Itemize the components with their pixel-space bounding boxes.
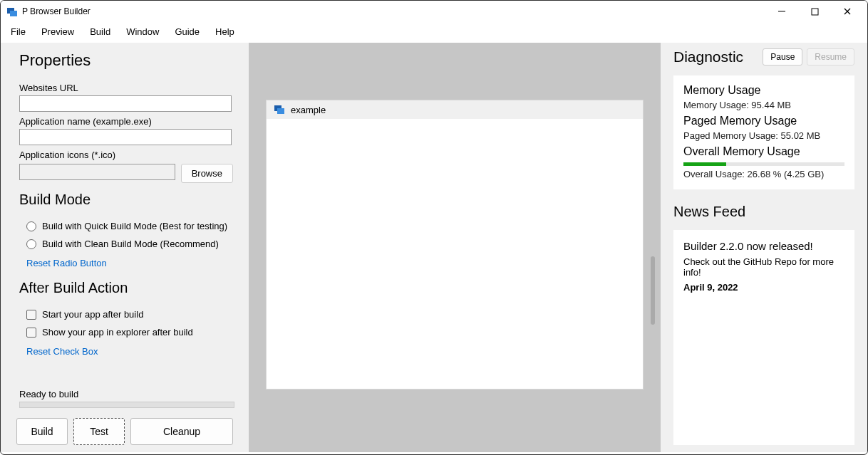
- news-date: April 9, 2022: [683, 282, 844, 293]
- window-controls: [775, 4, 862, 19]
- quick-build-label: Build with Quick Build Mode (Best for te…: [42, 221, 227, 231]
- menu-build[interactable]: Build: [90, 26, 110, 37]
- appname-input[interactable]: [19, 129, 232, 145]
- properties-panel: Properties Websites URL Application name…: [1, 43, 249, 452]
- news-title: Builder 2.2.0 now released!: [683, 240, 844, 252]
- menu-window[interactable]: Window: [126, 26, 159, 37]
- clean-build-label: Build with Clean Build Mode (Recommend): [42, 239, 219, 249]
- close-icon[interactable]: [840, 4, 854, 19]
- overall-memory-value: Overall Usage: 26.68 % (4.25 GB): [683, 169, 844, 179]
- news-body: Check out the GitHub Repo for more info!: [683, 256, 844, 278]
- build-progress-bar: [19, 402, 234, 408]
- svg-rect-7: [277, 108, 284, 114]
- preview-app-icon: [274, 103, 285, 117]
- memory-usage-value: Memory Usage: 95.44 MB: [683, 100, 844, 110]
- diagnostic-card: Memory Usage Memory Usage: 95.44 MB Page…: [673, 75, 854, 189]
- news-feed-heading: News Feed: [673, 204, 854, 220]
- build-mode-heading: Build Mode: [19, 192, 233, 208]
- icons-input[interactable]: [19, 164, 175, 180]
- window-title: P Browser Builder: [22, 6, 91, 16]
- after-build-heading: After Build Action: [19, 280, 233, 296]
- icons-label: Application icons (*.ico): [19, 150, 233, 160]
- title-bar: P Browser Builder: [1, 1, 867, 22]
- diagnostic-heading: Diagnostic: [673, 48, 758, 66]
- preview-titlebar: example: [267, 100, 643, 119]
- start-after-build-checkbox[interactable]: [26, 310, 36, 320]
- appname-label: Application name (example.exe): [19, 116, 233, 127]
- pause-button[interactable]: Pause: [763, 48, 802, 66]
- menu-help[interactable]: Help: [215, 26, 234, 37]
- quick-build-radio[interactable]: [26, 221, 36, 231]
- preview-panel: example: [249, 43, 661, 452]
- url-label: Websites URL: [19, 83, 233, 93]
- right-panel: Diagnostic Pause Resume Memory Usage Mem…: [661, 43, 867, 452]
- show-in-explorer-label: Show your app in explorer after build: [42, 327, 193, 338]
- clean-build-radio[interactable]: [26, 239, 36, 249]
- reset-radio-link[interactable]: Reset Radio Button: [26, 258, 233, 268]
- minimize-icon[interactable]: [775, 4, 789, 19]
- paged-memory-heading: Paged Memory Usage: [683, 115, 844, 127]
- maximize-icon[interactable]: [807, 4, 822, 19]
- url-input[interactable]: [19, 95, 232, 112]
- menu-guide[interactable]: Guide: [175, 26, 200, 37]
- resume-button[interactable]: Resume: [807, 48, 854, 66]
- app-icon: [6, 6, 18, 17]
- show-in-explorer-checkbox[interactable]: [26, 328, 36, 338]
- menu-preview[interactable]: Preview: [41, 26, 74, 37]
- news-card: Builder 2.2.0 now released! Check out th…: [673, 230, 854, 445]
- memory-usage-heading: Memory Usage: [683, 84, 844, 97]
- browse-button[interactable]: Browse: [181, 164, 233, 183]
- svg-rect-1: [10, 11, 17, 16]
- cleanup-button[interactable]: Cleanup: [130, 418, 233, 445]
- preview-window: example: [266, 100, 644, 389]
- menu-bar: File Preview Build Window Guide Help: [1, 22, 867, 43]
- build-button[interactable]: Build: [16, 418, 68, 445]
- start-after-build-label: Start your app after build: [42, 309, 143, 320]
- properties-heading: Properties: [19, 51, 233, 70]
- test-button[interactable]: Test: [73, 418, 125, 445]
- reset-check-link[interactable]: Reset Check Box: [26, 346, 233, 357]
- menu-file[interactable]: File: [11, 26, 26, 37]
- overall-memory-bar: [683, 162, 844, 166]
- paged-memory-value: Paged Memory Usage: 55.02 MB: [683, 130, 844, 141]
- overall-memory-heading: Overall Memory Usage: [683, 145, 844, 158]
- scrollbar-thumb[interactable]: [651, 256, 655, 325]
- svg-rect-3: [812, 9, 818, 15]
- preview-title: example: [291, 105, 326, 115]
- status-text: Ready to build: [19, 389, 233, 399]
